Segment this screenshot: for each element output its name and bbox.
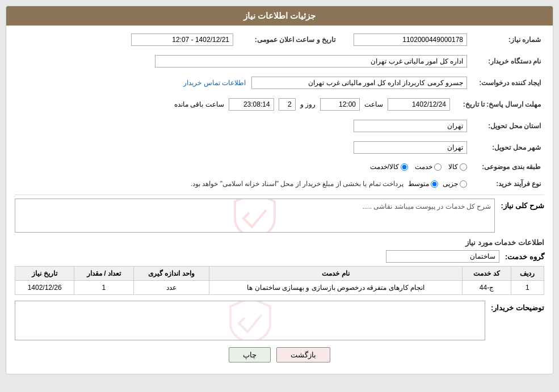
table-row: 1ج-44انجام کارهای متفرقه درخصوص بازسازی … — [15, 281, 544, 295]
buyer-desc-label: توضیحات خریدار: — [491, 301, 544, 312]
col-quantity: تعداد / مقدار — [74, 267, 133, 281]
process-jozyi-label[interactable]: جزیی — [443, 180, 467, 188]
buyer-org-input[interactable] — [155, 55, 467, 68]
category-khedmat-label[interactable]: خدمت — [415, 163, 442, 171]
announce-date-label: تاریخ و ساعت اعلان عمومی: — [237, 31, 339, 48]
page-header: جزئیات اطلاعات نیاز — [6, 6, 553, 26]
print-button[interactable]: چاپ — [229, 347, 271, 363]
col-service-name: نام خدمت — [209, 267, 463, 281]
services-table: ردیف کد خدمت نام خدمت واحد اندازه گیری ت… — [15, 266, 544, 295]
process-motavasset-text: متوسط — [408, 180, 429, 188]
col-date: تاریخ نیاز — [15, 267, 74, 281]
category-kala-khedmat-label[interactable]: کالا/خدمت — [370, 163, 408, 171]
page-title: جزئیات اطلاعات نیاز — [243, 11, 316, 20]
col-service-code: کد خدمت — [463, 267, 511, 281]
category-label: طبقه بندی موضوعی: — [470, 161, 544, 173]
process-label: نوع فرآیند خرید: — [470, 178, 544, 190]
province-label: استان محل تحویل: — [470, 117, 544, 134]
response-time-input[interactable] — [320, 98, 360, 111]
buttons-row: بازگشت چاپ — [15, 347, 544, 368]
city-input[interactable] — [354, 141, 467, 154]
order-number-input[interactable] — [354, 33, 467, 46]
process-motavasset-radio[interactable] — [431, 180, 438, 188]
buyer-desc-box — [15, 301, 485, 340]
category-kala-radio[interactable] — [460, 163, 467, 171]
order-number-label: شماره نیاز: — [470, 31, 544, 48]
process-motavasset-label[interactable]: متوسط — [408, 180, 438, 188]
overall-desc-text: شرح کل خدمات در پیوست میباشد نقاشی ..... — [362, 203, 491, 210]
remaining-suffix: ساعت باقی مانده — [174, 100, 224, 108]
buyer-org-label: نام دستگاه خریدار: — [470, 53, 544, 70]
category-kala-text: کالا — [448, 163, 458, 171]
overall-desc-label: شرح کلی نیاز: — [501, 199, 544, 210]
contact-link[interactable]: اطلاعات تماس خریدار — [183, 79, 246, 87]
remaining-days-label: روز و — [300, 100, 316, 108]
cell-row_num: 1 — [511, 281, 544, 295]
services-section-title: اطلاعات خدمات مورد نیاز — [15, 238, 544, 247]
cell-service_code: ج-44 — [463, 281, 511, 295]
creator-label: ایجاد کننده درخواست: — [470, 74, 544, 91]
cell-unit: عدد — [133, 281, 209, 295]
cell-date: 1402/12/26 — [15, 281, 74, 295]
cell-quantity: 1 — [74, 281, 133, 295]
response-date-input[interactable] — [388, 98, 450, 111]
cell-service_name: انجام کارهای متفرقه درخصوص بازسازی و بهس… — [209, 281, 463, 295]
category-kala-khedmat-radio[interactable] — [401, 163, 408, 171]
overall-desc-box: شرح کل خدمات در پیوست میباشد نقاشی ..... — [15, 199, 495, 233]
watermark-shield — [232, 199, 278, 232]
province-input[interactable] — [354, 120, 467, 132]
category-khedmat-radio[interactable] — [434, 163, 442, 171]
watermark-shield-2 — [228, 301, 273, 340]
category-khedmat-text: خدمت — [415, 163, 432, 171]
back-button[interactable]: بازگشت — [276, 347, 330, 363]
response-deadline-label: مهلت ارسال پاسخ: تا تاریخ: — [453, 96, 544, 113]
process-jozyi-text: جزیی — [443, 180, 458, 188]
col-unit: واحد اندازه گیری — [133, 267, 209, 281]
announce-date-input[interactable] — [131, 33, 233, 46]
response-time-label: ساعت — [364, 100, 383, 108]
remaining-time-input[interactable] — [229, 98, 274, 111]
process-jozyi-radio[interactable] — [460, 180, 467, 188]
process-note: پرداخت تمام یا بخشی از مبلغ خریدار از مح… — [191, 180, 404, 188]
creator-input[interactable] — [251, 77, 467, 89]
category-kala-label[interactable]: کالا — [448, 163, 467, 171]
remaining-days-input[interactable] — [279, 98, 296, 111]
col-row-num: ردیف — [511, 267, 544, 281]
service-group-label: گروه خدمت: — [505, 252, 544, 261]
service-group-input[interactable] — [386, 250, 499, 263]
city-label: شهر محل تحویل: — [470, 139, 544, 156]
category-kala-khedmat-text: کالا/خدمت — [370, 163, 399, 171]
